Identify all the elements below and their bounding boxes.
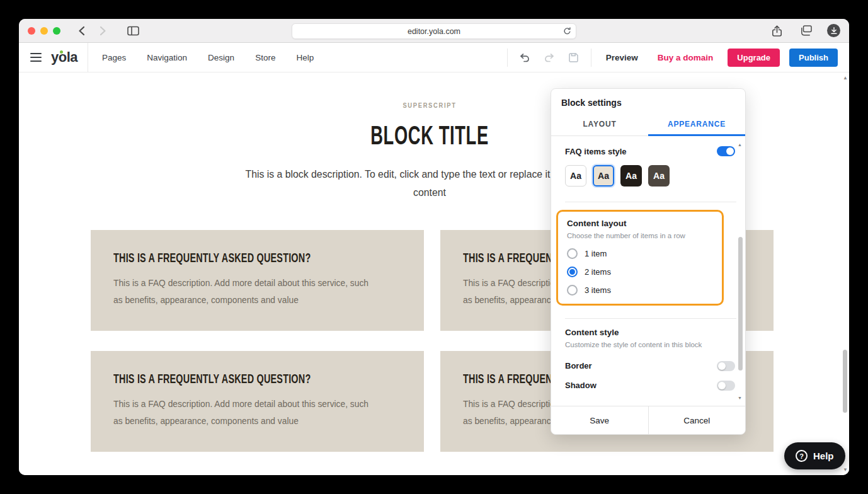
page-scrollbar-thumb[interactable] [843,350,847,413]
yola-logo[interactable]: yola [51,49,77,66]
question-mark-icon: ? [796,450,808,462]
faq-question: THIS IS A FREQUENTLY ASKED QUESTION? [113,251,321,265]
radio-icon-selected[interactable] [567,267,578,277]
editor-toolbar: yola Pages Navigation Design Store Help [19,43,849,72]
toolbar-divider [591,49,591,67]
border-label: Border [565,361,592,370]
chrome-right-controls [769,23,840,38]
back-button[interactable] [73,23,89,38]
download-icon [831,27,837,34]
style-swatch-light[interactable]: Aa [565,165,586,187]
editor-menu: Pages Navigation Design Store Help [102,53,314,62]
toolbar-right: Preview Buy a domain Upgrade Publish [507,49,838,67]
shadow-toggle-row: Shadow [565,376,735,395]
share-icon [772,25,782,37]
panel-scrollbar-thumb[interactable] [738,237,743,370]
shadow-label: Shadow [565,381,597,390]
logo-text: yola [51,49,77,65]
close-window-button[interactable] [28,27,35,35]
help-button[interactable]: ? Help [784,442,845,469]
reload-button[interactable] [563,27,571,37]
minimize-window-button[interactable] [40,27,48,35]
faq-card[interactable]: THIS IS A FREQUENTLY ASKED QUESTION? Thi… [91,230,424,331]
browser-chrome: editor.yola.com [19,19,849,43]
zoom-window-button[interactable] [53,27,60,35]
faq-answer: This is a FAQ description. Add more deta… [113,395,378,429]
menu-item-design[interactable]: Design [208,53,234,62]
style-swatch-black[interactable]: Aa [620,165,642,187]
tab-appearance[interactable]: APPEARANCE [648,114,745,135]
tabs-icon [800,25,812,36]
window-controls [28,27,60,35]
content-style-title: Content style [565,328,735,337]
undo-icon [519,52,530,63]
sidebar-icon [127,26,139,36]
logo-dot [60,50,63,54]
cancel-button[interactable]: Cancel [648,406,746,434]
toolbar-divider [507,49,508,67]
faq-answer: This is a FAQ description. Add more deta… [113,274,378,308]
toolbar-divider [88,43,88,72]
publish-button[interactable]: Publish [789,49,838,67]
menu-item-help[interactable]: Help [296,53,314,62]
buy-domain-link[interactable]: Buy a domain [658,53,714,62]
sidebar-toggle-button[interactable] [125,23,141,38]
style-swatch-dark-gray[interactable]: Aa [648,165,670,187]
page-scroll-up-icon[interactable]: ▲ [843,75,848,81]
tab-overview-button[interactable] [798,23,813,38]
panel-divider [565,318,736,319]
block-description-line2: content [413,187,446,198]
content-layout-title: Content layout [567,219,713,228]
radio-icon[interactable] [567,248,578,259]
share-button[interactable] [769,23,784,38]
save-icon-button[interactable] [566,50,581,65]
faq-card[interactable]: THIS IS A FREQUENTLY ASKED QUESTION? Thi… [91,351,424,452]
content-layout-options: 1 item 2 items 3 items [567,244,713,299]
editor-canvas: SUPERSCRIPT BLOCK TITLE This is a block … [19,72,849,475]
page-scroll-down-icon[interactable]: ▼ [843,467,848,473]
help-label: Help [813,451,834,461]
panel-tabs: LAYOUT APPEARANCE [551,114,745,136]
border-toggle[interactable] [717,361,735,371]
panel-divider [565,202,736,202]
chevron-right-icon [99,26,107,36]
undo-button[interactable] [517,50,532,65]
content-style-subtitle: Customize the style of content in this b… [565,341,735,348]
redo-button[interactable] [542,50,557,65]
border-toggle-row: Border [565,356,735,376]
downloads-button[interactable] [827,24,840,37]
save-icon [568,52,579,63]
panel-title: Block settings [551,89,745,114]
panel-scroll-up-icon[interactable]: ▲ [738,142,742,147]
desktop-background: editor.yola.com yola [0,0,868,494]
panel-body: FAQ items style Aa Aa Aa Aa Content layo… [551,136,745,406]
style-swatches: Aa Aa Aa Aa [565,165,735,187]
radio-icon[interactable] [567,285,578,296]
preview-button[interactable]: Preview [606,53,638,62]
reload-icon [563,27,571,35]
radio-option-3-items[interactable]: 3 items [567,281,713,299]
menu-item-store[interactable]: Store [255,53,275,62]
address-bar[interactable]: editor.yola.com [292,23,576,39]
url-text: editor.yola.com [408,27,460,36]
block-settings-panel: Block settings LAYOUT APPEARANCE FAQ ite… [551,88,746,435]
forward-button[interactable] [94,23,111,38]
style-swatch-beige-selected[interactable]: Aa [593,165,614,187]
tab-layout[interactable]: LAYOUT [551,114,648,135]
menu-item-navigation[interactable]: Navigation [147,53,187,62]
panel-footer: Save Cancel [551,406,745,434]
faq-items-style-label: FAQ items style [565,147,627,156]
redo-icon [544,52,555,63]
shadow-toggle[interactable] [717,381,735,391]
chevron-left-icon [77,26,86,36]
radio-option-1-item[interactable]: 1 item [567,244,713,263]
panel-scroll-down-icon[interactable]: ▼ [738,396,742,400]
upgrade-button[interactable]: Upgrade [728,49,780,67]
content-layout-section-highlighted: Content layout Choose the number of item… [556,210,724,306]
faq-items-style-toggle[interactable] [717,146,735,156]
save-button[interactable]: Save [551,406,648,434]
content-layout-subtitle: Choose the number of items in a row [567,232,713,239]
radio-option-2-items[interactable]: 2 items [567,263,713,281]
menu-item-pages[interactable]: Pages [102,53,126,62]
hamburger-menu-button[interactable] [30,53,42,62]
